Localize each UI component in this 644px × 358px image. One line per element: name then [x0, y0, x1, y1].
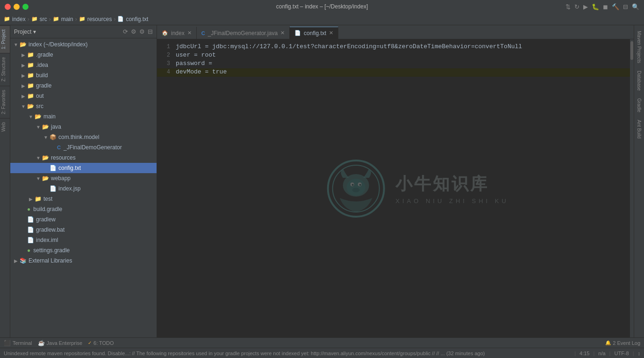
line-content: devMode = true — [176, 68, 227, 75]
build-icon[interactable]: 🔨 — [612, 3, 619, 10]
tree-label: config.txt — [58, 165, 81, 171]
tree-build-gradle[interactable]: ▶ ● build.gradle — [10, 204, 157, 214]
minimize-button[interactable] — [14, 4, 20, 10]
tab-label: index — [171, 30, 185, 37]
java-enterprise-button[interactable]: ☕ Java Enterprise — [38, 340, 82, 346]
tab-close-config[interactable]: ✕ — [329, 30, 333, 36]
tree-index-iml[interactable]: ▶ 📄 index.iml — [10, 235, 157, 245]
tree-jfinal-class[interactable]: ▶ C _JFinalDemoGenerator — [10, 142, 157, 153]
editor-with-scrollbar: 小牛知识库 XIAO NIU ZHI SHI KU 1 jdbcUrl = jd… — [157, 39, 634, 337]
left-nav-strip: 1: Project Z: Structure 2: Favorites Web — [0, 25, 10, 337]
watermark: 小牛知识库 XIAO NIU ZHI SHI KU — [325, 158, 509, 219]
nav-web[interactable]: Web — [0, 118, 10, 135]
line-content: jdbcUrl = jdbc:mysql://127.0.0.1/test?ch… — [176, 43, 522, 50]
tree-gradle-folder[interactable]: ▶ 📁 gradle — [10, 80, 157, 91]
tab-config[interactable]: 📄 config.txt ✕ — [290, 27, 338, 39]
stop-icon[interactable]: ◼ — [603, 3, 608, 10]
tab-close-index[interactable]: ✕ — [187, 30, 192, 36]
tree-gradlew-bat[interactable]: ▶ 📄 gradlew.bat — [10, 225, 157, 235]
breadcrumb-main[interactable]: 📁 main — [53, 16, 73, 22]
breadcrumb-index[interactable]: 📁 index — [4, 16, 26, 22]
tree-java[interactable]: ▼ 📂 java — [10, 122, 157, 132]
folder-icon: 📁 — [35, 196, 42, 202]
tree-config-txt[interactable]: ▶ 📄 config.txt — [10, 163, 157, 173]
gear-icon[interactable]: ⚙ — [139, 28, 145, 35]
folder-open-icon: 📂 — [35, 113, 42, 120]
scrollbar-thumb — [630, 41, 633, 60]
tree-out[interactable]: ▶ 📁 out — [10, 91, 157, 101]
tabs-bar: 🏠 index ✕ C _JFinalDemoGenerator.java ✕ … — [157, 25, 634, 39]
tab-close-jfinal[interactable]: ✕ — [280, 30, 285, 36]
tree-gradle[interactable]: ▶ 📁 .gradle — [10, 50, 157, 60]
folder-icon: 📁 — [31, 16, 38, 22]
todo-button[interactable]: ✓ 6: TODO — [88, 340, 114, 346]
status-line-sep[interactable]: ↕ — [638, 351, 641, 356]
xml-icon: 📄 — [27, 237, 34, 243]
event-log-button[interactable]: 🔔 2 Event Log — [605, 340, 640, 346]
nav-structure[interactable]: Z: Structure — [0, 53, 10, 85]
tree-test[interactable]: ▶ 📁 test — [10, 194, 157, 204]
svg-point-1 — [332, 165, 379, 212]
tree-src[interactable]: ▼ 📂 src — [10, 101, 157, 111]
code-editor[interactable]: 小牛知识库 XIAO NIU ZHI SHI KU 1 jdbcUrl = jd… — [157, 39, 630, 337]
sync-icon[interactable]: ⟳ — [123, 28, 128, 35]
event-log-num: 🔔 — [605, 340, 611, 345]
terminal-label: Terminal — [13, 340, 32, 346]
tree-external-libs[interactable]: ▶ 📚 External Libraries — [10, 256, 157, 266]
maximize-button[interactable] — [22, 4, 29, 10]
breadcrumb-src[interactable]: 📁 src — [31, 16, 47, 22]
status-message: Unindexed remote maven repositories foun… — [4, 351, 485, 356]
todo-num: ✓ — [88, 340, 92, 345]
tree-index-root[interactable]: ▼ 📂 index (~/Desktop/index) — [10, 39, 157, 50]
tree-idea[interactable]: ▶ 📁 .idea — [10, 60, 157, 70]
tree-webapp[interactable]: ▼ 📂 webapp — [10, 173, 157, 183]
tree-label: build.gradle — [33, 206, 62, 212]
watermark-cn-text: 小牛知识库 — [395, 173, 509, 196]
gradle-panel[interactable]: Gradle — [636, 95, 643, 116]
update-icon[interactable]: ↻ — [574, 3, 580, 10]
layout-icon[interactable]: ⊟ — [623, 3, 628, 10]
file-icon: 📄 — [117, 16, 124, 22]
close-button[interactable] — [5, 4, 11, 10]
todo-label: 6: TODO — [93, 340, 114, 346]
status-encoding[interactable]: UTF-8 — [614, 351, 629, 356]
run-icon[interactable]: ▶ — [583, 3, 588, 10]
line-number: 1 — [157, 44, 176, 50]
ext-lib-icon: 📚 — [20, 257, 27, 264]
tree-label: test — [43, 196, 52, 202]
git-icon[interactable]: ⇅ — [565, 3, 571, 10]
tree-resources[interactable]: ▼ 📂 resources — [10, 153, 157, 163]
folder-icon: 📁 — [27, 72, 34, 79]
tree-label: _JFinalDemoGenerator — [64, 144, 122, 151]
ant-build-panel[interactable]: Ant Build — [636, 116, 643, 142]
tree-build[interactable]: ▶ 📁 build — [10, 70, 157, 80]
maven-projects-panel[interactable]: Maven Projects — [636, 27, 643, 67]
tree-index-jsp[interactable]: ▶ 📄 index.jsp — [10, 183, 157, 194]
nav-project[interactable]: 1: Project — [0, 25, 10, 53]
terminal-button[interactable]: ⬛ Terminal — [4, 340, 32, 346]
debug-icon[interactable]: 🐛 — [592, 3, 599, 10]
database-panel[interactable]: Database — [636, 67, 643, 95]
folder-open-icon: 📂 — [42, 175, 49, 182]
tree-main[interactable]: ▼ 📂 main — [10, 111, 157, 122]
editor-scrollbar[interactable] — [630, 39, 634, 337]
breadcrumb-config[interactable]: 📄 config.txt — [117, 16, 148, 22]
folder-icon: 📁 — [79, 16, 86, 22]
tab-jfinal[interactable]: C _JFinalDemoGenerator.java ✕ — [197, 27, 290, 39]
tree-package[interactable]: ▼ 📦 com.think.model — [10, 132, 157, 142]
tab-index[interactable]: 🏠 index ✕ — [157, 27, 197, 39]
nav-favorites[interactable]: 2: Favorites — [0, 86, 10, 118]
java-enterprise-icon: ☕ — [38, 340, 45, 346]
title-bar: config.txt – index – [~/Desktop/index] ⇅… — [0, 0, 644, 13]
folder-icon: 📁 — [27, 62, 34, 68]
tree-label: .idea — [36, 62, 48, 68]
settings-icon[interactable]: ⚙ — [131, 28, 136, 35]
folder-open-icon: 📂 — [20, 41, 27, 48]
search-icon[interactable]: 🔍 — [632, 3, 639, 10]
tree-settings-gradle[interactable]: ▶ ● settings.gradle — [10, 245, 157, 256]
collapse-icon[interactable]: ⊟ — [148, 28, 153, 35]
project-panel-title: Project ▾ — [14, 29, 36, 35]
breadcrumb-resources[interactable]: 📁 resources — [79, 16, 112, 22]
tree-gradlew[interactable]: ▶ 📄 gradlew — [10, 214, 157, 225]
svg-point-7 — [359, 184, 361, 186]
